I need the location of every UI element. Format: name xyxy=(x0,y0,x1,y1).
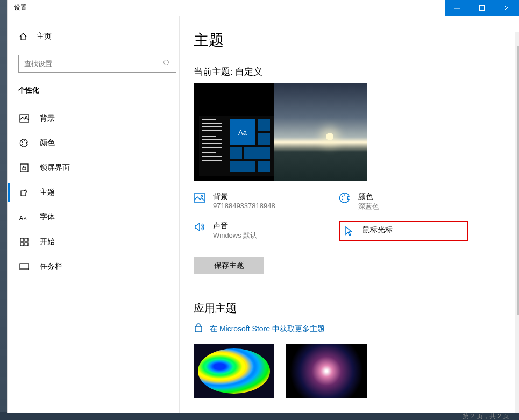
setting-label: 背景 xyxy=(213,192,275,202)
sidebar: 主页 个性化 背景 颜色 锁屏界面 xyxy=(8,16,180,413)
section-header: 个性化 xyxy=(18,86,179,95)
sound-icon xyxy=(194,221,205,233)
setting-label: 颜色 xyxy=(358,192,379,202)
svg-point-24 xyxy=(342,196,343,197)
minimize-icon xyxy=(454,5,460,11)
palette-icon xyxy=(19,138,29,148)
svg-text:A: A xyxy=(24,216,27,221)
lockscreen-icon xyxy=(19,163,29,173)
svg-rect-20 xyxy=(20,264,29,270)
setting-value: Windows 默认 xyxy=(213,231,257,240)
svg-point-7 xyxy=(25,116,27,118)
pager-text: 第 2 页，共 2 页 xyxy=(463,413,509,420)
window-title: 设置 xyxy=(8,0,33,16)
image-icon xyxy=(194,192,205,204)
svg-point-10 xyxy=(22,144,23,145)
titlebar: 设置 xyxy=(8,0,519,16)
current-theme-heading: 当前主题: 自定义 xyxy=(194,66,519,78)
theme-tile[interactable] xyxy=(286,344,367,398)
close-icon xyxy=(504,5,509,11)
sidebar-item-label: 开始 xyxy=(40,237,55,247)
sidebar-item-label: 字体 xyxy=(40,212,55,222)
sidebar-item-lockscreen[interactable]: 锁屏界面 xyxy=(18,155,179,180)
svg-point-9 xyxy=(24,140,25,141)
window-controls xyxy=(445,0,519,16)
svg-rect-12 xyxy=(23,168,26,170)
store-link-text: 在 Microsoft Store 中获取更多主题 xyxy=(210,324,325,334)
image-icon xyxy=(19,113,29,123)
store-icon xyxy=(194,323,203,334)
page-title: 主题 xyxy=(194,30,519,51)
main-content: 主题 当前主题: 自定义 Aa xyxy=(180,16,519,413)
scrollbar-thumb[interactable] xyxy=(517,46,519,315)
minimize-button[interactable] xyxy=(445,0,470,16)
svg-point-4 xyxy=(164,60,169,65)
sidebar-item-label: 任务栏 xyxy=(40,262,62,272)
close-button[interactable] xyxy=(494,0,519,16)
setting-color[interactable]: 颜色 深蓝色 xyxy=(339,192,468,211)
svg-point-26 xyxy=(342,199,343,200)
save-theme-button[interactable]: 保存主题 xyxy=(194,257,264,274)
setting-value: 深蓝色 xyxy=(358,202,379,211)
maximize-button[interactable] xyxy=(470,0,494,16)
sidebar-item-label: 背景 xyxy=(40,113,55,123)
setting-cursor[interactable]: 鼠标光标 xyxy=(339,221,468,241)
font-icon: AA xyxy=(19,212,29,222)
cursor-icon xyxy=(343,225,355,237)
svg-rect-16 xyxy=(20,238,24,241)
home-icon xyxy=(18,32,28,41)
theme-tile[interactable] xyxy=(194,344,274,398)
apply-heading: 应用主题 xyxy=(194,301,519,316)
home-label: 主页 xyxy=(37,32,52,41)
setting-background[interactable]: 背景 9718849337818948 xyxy=(194,192,323,211)
sidebar-item-label: 主题 xyxy=(40,188,55,197)
sidebar-item-themes[interactable]: 主题 xyxy=(18,180,179,205)
search-input[interactable] xyxy=(24,60,163,68)
sidebar-item-fonts[interactable]: AA 字体 xyxy=(18,205,179,230)
sidebar-item-background[interactable]: 背景 xyxy=(18,106,179,131)
sidebar-item-taskbar[interactable]: 任务栏 xyxy=(18,254,179,279)
preview-tile-text: Aa xyxy=(229,119,256,146)
maximize-icon xyxy=(479,5,485,11)
taskbar-icon xyxy=(19,262,29,272)
svg-point-23 xyxy=(201,195,202,197)
svg-rect-17 xyxy=(25,238,28,241)
home-link[interactable]: 主页 xyxy=(18,26,179,47)
palette-icon xyxy=(339,192,351,204)
theme-icon xyxy=(19,188,29,197)
start-icon xyxy=(19,237,29,247)
svg-line-5 xyxy=(168,64,170,66)
search-icon xyxy=(163,59,170,69)
sidebar-item-start[interactable]: 开始 xyxy=(18,230,179,254)
sidebar-item-label: 锁屏界面 xyxy=(40,163,70,173)
setting-value: 9718849337818948 xyxy=(213,202,275,210)
settings-window: 设置 主页 xyxy=(7,0,519,413)
setting-label: 声音 xyxy=(213,221,257,231)
theme-preview: Aa xyxy=(194,83,367,181)
sidebar-item-label: 颜色 xyxy=(40,138,55,148)
svg-rect-19 xyxy=(25,243,28,246)
store-link[interactable]: 在 Microsoft Store 中获取更多主题 xyxy=(194,323,519,334)
sidebar-item-colors[interactable]: 颜色 xyxy=(18,131,179,155)
search-box[interactable] xyxy=(18,55,176,73)
svg-point-25 xyxy=(344,194,345,195)
svg-rect-18 xyxy=(20,243,24,246)
setting-label: 鼠标光标 xyxy=(362,225,393,235)
setting-sound[interactable]: 声音 Windows 默认 xyxy=(194,221,323,241)
svg-point-13 xyxy=(25,190,26,191)
svg-point-8 xyxy=(22,141,23,143)
svg-rect-1 xyxy=(480,6,485,11)
svg-text:A: A xyxy=(19,215,23,221)
